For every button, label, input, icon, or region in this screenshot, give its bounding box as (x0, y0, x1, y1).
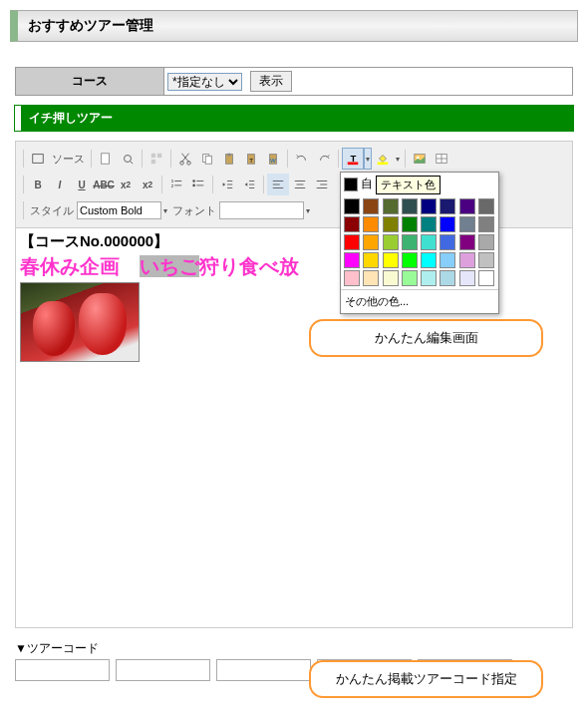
textcolor-button[interactable]: T (342, 148, 364, 170)
font-dropdown[interactable]: ▾ (304, 199, 312, 221)
color-swatch[interactable] (344, 216, 360, 232)
align-center-button[interactable] (289, 174, 311, 195)
page-header: おすすめツアー管理 (10, 10, 578, 42)
color-swatch[interactable] (478, 252, 494, 268)
color-swatch[interactable] (383, 270, 399, 286)
paste-button[interactable] (218, 148, 240, 170)
color-swatch[interactable] (421, 198, 437, 214)
color-swatch[interactable] (383, 252, 399, 268)
template-button[interactable] (146, 148, 167, 170)
color-swatch[interactable] (459, 234, 475, 250)
course-select[interactable]: *指定なし (167, 73, 242, 91)
svg-rect-1 (102, 154, 110, 165)
superscript-button[interactable]: x2 (137, 174, 158, 195)
newpage-button[interactable] (95, 148, 117, 170)
align-left-button[interactable] (267, 174, 289, 195)
color-swatch[interactable] (421, 270, 437, 286)
outdent-button[interactable] (216, 174, 238, 195)
numlist-button[interactable]: 12 (165, 174, 187, 195)
font-select[interactable] (219, 201, 304, 219)
show-button[interactable]: 表示 (250, 71, 292, 92)
color-swatch[interactable] (344, 198, 360, 214)
color-swatch[interactable] (402, 198, 418, 214)
align-right-button[interactable] (311, 174, 333, 195)
tourcode-input-1[interactable] (15, 659, 110, 681)
color-swatch[interactable] (363, 270, 379, 286)
color-swatch[interactable] (363, 252, 379, 268)
color-swatch[interactable] (344, 270, 360, 286)
svg-text:T: T (350, 153, 356, 164)
textcolor-dropdown[interactable]: ▾ (364, 148, 372, 170)
bulletlist-button[interactable] (187, 174, 209, 195)
color-swatch[interactable] (478, 234, 494, 250)
svg-text:W: W (270, 157, 276, 164)
toolbar-row-1: ソース T W T ▾ ▾ (20, 146, 568, 172)
color-swatch[interactable] (459, 270, 475, 286)
svg-line-3 (131, 162, 134, 165)
color-swatch[interactable] (363, 216, 379, 232)
paste-text-button[interactable]: T (240, 148, 262, 170)
content-image (20, 282, 140, 362)
textcolor-tooltip: テキスト色 (376, 176, 441, 194)
underline-button[interactable]: U (71, 174, 93, 195)
color-grid (341, 195, 498, 289)
color-swatch[interactable] (440, 216, 455, 232)
svg-rect-4 (151, 154, 155, 158)
color-swatch[interactable] (363, 198, 379, 214)
color-swatch[interactable] (383, 198, 399, 214)
auto-color-swatch[interactable] (344, 178, 358, 191)
redo-button[interactable] (313, 148, 335, 170)
svg-text:2: 2 (171, 183, 174, 188)
svg-rect-19 (378, 163, 389, 166)
auto-color-label: 自 (361, 176, 373, 192)
tourcode-input-2[interactable] (116, 659, 210, 681)
more-colors[interactable]: その他の色... (341, 289, 498, 313)
italic-button[interactable]: I (49, 174, 71, 195)
color-swatch[interactable] (344, 252, 360, 268)
cut-button[interactable] (174, 148, 196, 170)
color-swatch[interactable] (402, 234, 418, 250)
color-swatch[interactable] (440, 198, 455, 214)
style-select[interactable] (77, 201, 161, 219)
color-swatch[interactable] (478, 216, 494, 232)
paste-word-button[interactable]: W (262, 148, 284, 170)
color-swatch[interactable] (383, 234, 399, 250)
color-swatch[interactable] (363, 234, 379, 250)
color-swatch[interactable] (459, 216, 475, 232)
color-swatch[interactable] (383, 216, 399, 232)
color-swatch[interactable] (478, 198, 494, 214)
course-label: コース (15, 67, 164, 96)
strike-button[interactable]: ABC (93, 174, 115, 195)
undo-button[interactable] (291, 148, 313, 170)
source-button[interactable] (27, 148, 49, 170)
color-swatch[interactable] (459, 198, 475, 214)
svg-rect-12 (227, 154, 231, 157)
color-swatch[interactable] (421, 234, 437, 250)
tourcode-input-3[interactable] (216, 659, 311, 681)
font-label: フォント (172, 203, 216, 218)
color-swatch[interactable] (478, 270, 494, 286)
tourcode-label: ▼ツアーコード (15, 640, 573, 657)
preview-button[interactable] (117, 148, 139, 170)
section-header: イチ押しツアー (15, 106, 573, 131)
color-swatch[interactable] (402, 270, 418, 286)
image-button[interactable] (409, 148, 431, 170)
color-swatch[interactable] (344, 234, 360, 250)
copy-button[interactable] (196, 148, 218, 170)
color-swatch[interactable] (440, 234, 455, 250)
color-swatch[interactable] (440, 252, 455, 268)
subscript-button[interactable]: x2 (115, 174, 137, 195)
color-swatch[interactable] (421, 216, 437, 232)
color-swatch[interactable] (402, 252, 418, 268)
bgcolor-dropdown[interactable]: ▾ (394, 148, 402, 170)
bgcolor-button[interactable] (372, 148, 394, 170)
color-swatch[interactable] (459, 252, 475, 268)
color-swatch[interactable] (421, 252, 437, 268)
table-button[interactable] (431, 148, 452, 170)
color-swatch[interactable] (440, 270, 455, 286)
style-dropdown[interactable]: ▾ (161, 199, 169, 221)
page-title: おすすめツアー管理 (28, 17, 153, 33)
indent-button[interactable] (238, 174, 260, 195)
bold-button[interactable]: B (27, 174, 49, 195)
color-swatch[interactable] (402, 216, 418, 232)
